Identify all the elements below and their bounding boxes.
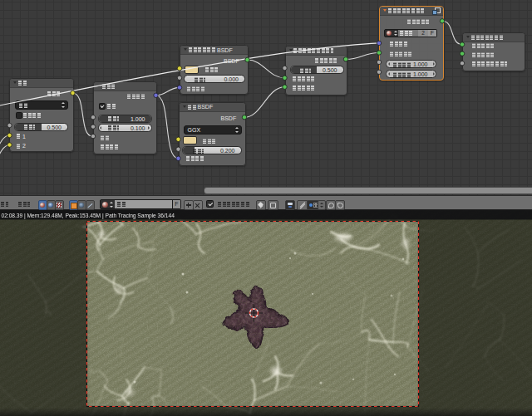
svg-text:02:08.39 | Mem:129.48M, Peak:1: 02:08.39 | Mem:129.48M, Peak:153.45M | P… (2, 213, 175, 219)
